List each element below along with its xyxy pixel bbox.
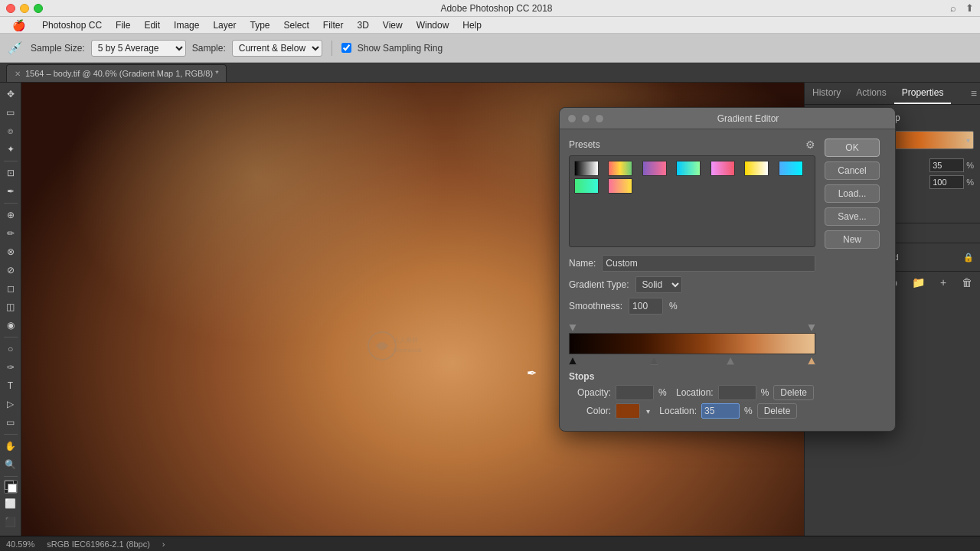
tab-close-icon[interactable]: ✕ [15, 70, 21, 78]
preset-item-7[interactable] [779, 161, 803, 176]
opacity-stop-right[interactable] [808, 324, 815, 331]
crop-tool-icon[interactable]: ⊡ [2, 165, 19, 181]
menu-view[interactable]: View [377, 18, 409, 32]
opacity-stops-controls: Opacity: % Location: % Delete [569, 385, 815, 400]
menu-layer[interactable]: Layer [207, 18, 242, 32]
opacity-input[interactable] [929, 158, 964, 172]
menu-select[interactable]: Select [277, 18, 315, 32]
dialog-maximize-button[interactable] [595, 114, 604, 123]
presets-gear-icon[interactable]: ⚙ [805, 139, 815, 151]
preset-item-5[interactable] [710, 161, 735, 176]
save-button[interactable]: Save... [825, 207, 880, 226]
shape-tool-icon[interactable]: ▭ [2, 414, 19, 431]
tab-history[interactable]: History [805, 83, 848, 104]
menu-photoshop[interactable]: Photoshop CC [36, 18, 108, 32]
menu-window[interactable]: Window [410, 18, 456, 32]
panel-options-icon[interactable]: ≡ [971, 87, 977, 99]
eraser-icon[interactable]: ◻ [2, 280, 19, 297]
opacity-location-pct: % [761, 387, 769, 398]
eyedropper-icon[interactable]: ✒ [2, 183, 19, 200]
opacity-stop-left[interactable] [569, 324, 577, 331]
left-toolbar: ✥ ▭ ⌾ ✦ ⊡ ✒ ⊕ ✏ ⊗ ⊘ ◻ ◫ ◉ ○ ✑ T ▷ ▭ ✋ 🔍 … [0, 83, 21, 551]
quick-mask-icon[interactable]: ⬜ [2, 495, 19, 512]
menu-help[interactable]: Help [456, 18, 488, 32]
history-brush-icon[interactable]: ⊘ [2, 262, 19, 279]
color-location-input[interactable] [701, 403, 740, 419]
opacity-stop-input[interactable] [616, 385, 654, 400]
ok-button[interactable]: OK [825, 139, 880, 157]
load-button[interactable]: Load... [825, 184, 880, 203]
sample-size-label: Sample Size: [31, 43, 85, 54]
menu-3d[interactable]: 3D [351, 18, 375, 32]
preset-item-1[interactable] [574, 161, 599, 176]
healing-brush-icon[interactable]: ⊕ [2, 207, 19, 223]
gradient-tool-icon[interactable]: ◫ [2, 298, 19, 315]
preset-item-9[interactable] [608, 178, 632, 194]
stops-section-label: Stops [569, 371, 815, 382]
show-sampling-ring-checkbox[interactable] [341, 43, 351, 53]
delete-layer-icon[interactable]: 🗑 [960, 275, 974, 290]
share-icon[interactable]: ⬆ [965, 2, 974, 14]
color-stop-right[interactable] [808, 357, 815, 365]
gradient-name-input[interactable] [602, 255, 815, 272]
zoom-tool-icon[interactable]: 🔍 [2, 456, 19, 473]
lasso-tool-icon[interactable]: ⌾ [2, 122, 19, 139]
sample-value-select[interactable]: Current & Below All Layers Current Layer [232, 40, 322, 57]
color-stop-swatch[interactable] [616, 403, 640, 419]
layer-lock-icon: 🔒 [963, 253, 974, 262]
add-layer-icon[interactable]: + [939, 275, 948, 290]
sample-size-select[interactable]: 5 by 5 Average Point Sample 3 by 3 Avera… [91, 40, 186, 57]
gradient-type-select[interactable]: Solid Noise [635, 276, 682, 293]
apple-menu[interactable]: 🍎 [6, 18, 31, 33]
menu-filter[interactable]: Filter [317, 18, 350, 32]
path-select-icon[interactable]: ▷ [2, 396, 19, 412]
document-tab[interactable]: ✕ 1564 – body.tif @ 40.6% (Gradient Map … [6, 64, 227, 82]
hand-tool-icon[interactable]: ✋ [2, 438, 19, 455]
maximize-button[interactable] [34, 4, 43, 13]
dodge-tool-icon[interactable]: ○ [2, 341, 19, 357]
preset-item-8[interactable] [574, 178, 599, 194]
status-arrow[interactable]: › [162, 540, 165, 549]
menu-file[interactable]: File [109, 18, 136, 32]
move-tool-icon[interactable]: ✥ [2, 86, 19, 103]
cancel-button[interactable]: Cancel [825, 161, 880, 180]
preset-item-6[interactable] [744, 161, 769, 176]
color-stop-mid2[interactable] [727, 357, 734, 365]
dialog-buttons: OK Cancel Load... Save... New [825, 139, 886, 422]
screen-mode-icon[interactable]: ⬛ [2, 514, 19, 530]
quick-select-icon[interactable]: ✦ [2, 141, 19, 158]
preset-item-2[interactable] [608, 161, 632, 176]
search-icon[interactable]: ⌕ [950, 2, 956, 14]
foreground-color-swatch[interactable] [4, 480, 18, 494]
gradient-editor-dialog[interactable]: Gradient Editor Presets ⚙ [559, 107, 896, 432]
preset-item-4[interactable] [676, 161, 701, 176]
text-tool-icon[interactable]: T [2, 377, 19, 394]
dialog-close-button[interactable] [567, 114, 577, 123]
preset-item-3[interactable] [642, 161, 667, 176]
gradient-color-bar[interactable] [569, 333, 815, 354]
smoothness-input[interactable] [629, 298, 663, 315]
color-stop-left[interactable] [569, 357, 577, 365]
color-delete-button[interactable]: Delete [757, 403, 798, 419]
opacity-location-input[interactable] [718, 385, 756, 400]
opacity-delete-button[interactable]: Delete [773, 385, 814, 400]
tab-actions[interactable]: Actions [848, 83, 893, 104]
add-group-icon[interactable]: 📁 [910, 275, 926, 290]
close-button[interactable] [6, 4, 15, 13]
color-swatch-dropdown[interactable]: ▾ [646, 407, 650, 416]
eyedropper-tool-icon[interactable]: 💉 [6, 39, 24, 57]
menu-type[interactable]: Type [243, 18, 276, 32]
menu-edit[interactable]: Edit [138, 18, 166, 32]
select-rect-icon[interactable]: ▭ [2, 104, 19, 121]
brush-tool-icon[interactable]: ✏ [2, 225, 19, 242]
blur-tool-icon[interactable]: ◉ [2, 317, 19, 334]
tab-properties[interactable]: Properties [894, 83, 952, 104]
minimize-button[interactable] [20, 4, 29, 13]
clone-stamp-icon[interactable]: ⊗ [2, 243, 19, 260]
new-button[interactable]: New [825, 230, 880, 249]
pen-tool-icon[interactable]: ✑ [2, 359, 19, 376]
dialog-minimize-button[interactable] [581, 114, 590, 123]
color-stop-mid1[interactable] [650, 357, 658, 365]
fill-input[interactable] [929, 175, 964, 189]
menu-image[interactable]: Image [168, 18, 205, 32]
